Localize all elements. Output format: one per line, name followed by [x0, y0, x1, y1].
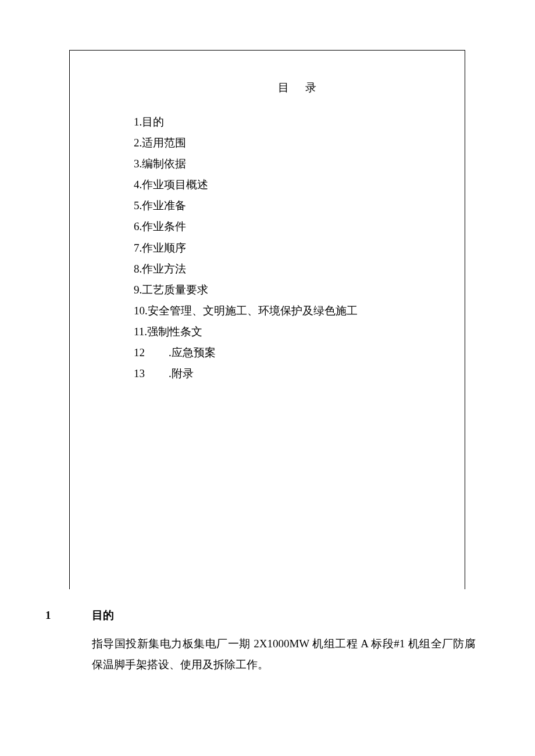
section-1-num: 1 [45, 609, 92, 622]
section-1: 1目的 指导国投新集电力板集电厂一期 2X1000MW 机组工程 A 标段#1 … [45, 608, 476, 675]
toc-item: 10.安全管理、文明施工、环境保护及绿色施工 [134, 300, 459, 321]
toc-container: 目录 1.目的 2.适用范围 3.编制依据 4.作业项目概述 5.作业准备 6.… [134, 80, 459, 384]
toc-item: 6.作业条件 [134, 216, 459, 237]
toc-title: 目录 [134, 80, 459, 95]
section-1-heading: 目的 [92, 609, 114, 621]
toc-item: 7.作业顺序 [134, 238, 459, 259]
toc-item: 2.适用范围 [134, 132, 459, 153]
toc-item: 8.作业方法 [134, 259, 459, 280]
toc-item: 12.应急预案 [134, 342, 459, 363]
section-1-header: 1目的 [45, 608, 476, 623]
toc-item: 9.工艺质量要求 [134, 280, 459, 300]
toc-item-label: .应急预案 [169, 346, 216, 359]
toc-item: 11.强制性条文 [134, 321, 459, 342]
section-1-body: 指导国投新集电力板集电厂一期 2X1000MW 机组工程 A 标段#1 机组全厂… [45, 633, 476, 675]
toc-item-num: 12 [134, 342, 169, 363]
toc-item: 13.附录 [134, 363, 459, 384]
toc-item: 1.目的 [134, 112, 459, 132]
toc-item-label: .附录 [169, 367, 194, 379]
toc-item: 5.作业准备 [134, 195, 459, 216]
toc-item-num: 13 [134, 363, 169, 384]
toc-item: 4.作业项目概述 [134, 174, 459, 195]
toc-item: 3.编制依据 [134, 153, 459, 174]
